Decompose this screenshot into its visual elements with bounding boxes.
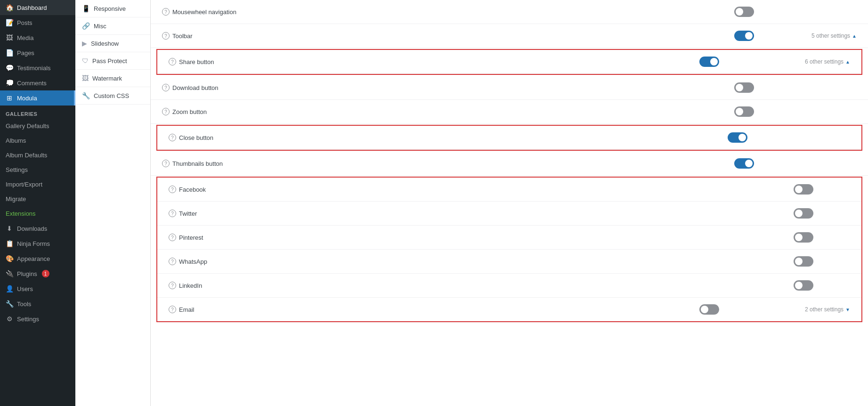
sidebar-item-plugins[interactable]: 🔌 Plugins 1 <box>0 266 75 281</box>
sidebar-item-import-export[interactable]: Import/Export <box>0 177 75 192</box>
sidebar-item-modula[interactable]: ⊞ Modula <box>0 90 75 106</box>
linkedin-text: LinkedIn <box>179 282 202 289</box>
download-button-toggle[interactable] <box>734 82 754 93</box>
whatsapp-label: ? WhatsApp <box>169 258 794 265</box>
share-button-label: ? Share button <box>169 58 699 65</box>
sub-sidebar-pass-protect[interactable]: 🛡 Pass Protect <box>75 52 150 70</box>
zoom-button-help-icon[interactable]: ? <box>162 108 170 115</box>
sidebar-item-albums[interactable]: Albums <box>0 133 75 148</box>
email-help-icon[interactable]: ? <box>169 306 176 313</box>
sub-sidebar-slideshow[interactable]: ▶ Slideshow <box>75 35 150 52</box>
sub-label-slideshow: Slideshow <box>91 40 119 47</box>
thumbnails-button-toggle[interactable] <box>734 158 754 169</box>
sidebar-item-dashboard[interactable]: 🏠 Dashboard <box>0 0 75 15</box>
close-button-toggle[interactable] <box>728 132 747 143</box>
sub-sidebar-misc[interactable]: 🔗 Misc <box>75 17 150 35</box>
thumbnails-button-toggle-area <box>734 158 791 169</box>
sidebar-item-settings-main[interactable]: ⚙ Settings <box>0 311 75 326</box>
linkedin-label: ? LinkedIn <box>169 282 794 289</box>
sidebar-label-appearance: Appearance <box>17 255 50 262</box>
mousewheel-nav-toggle-area <box>734 7 791 17</box>
thumbnails-button-help-icon[interactable]: ? <box>162 160 170 167</box>
sidebar-label-modula: Modula <box>17 95 37 102</box>
users-icon: 👤 <box>6 285 13 292</box>
row-twitter: ? Twitter <box>157 202 861 226</box>
sidebar-label-plugins: Plugins <box>17 270 37 277</box>
linkedin-help-icon[interactable]: ? <box>169 282 176 289</box>
media-icon: 🖼 <box>6 34 13 41</box>
sidebar-label-gallery-defaults: Gallery Defaults <box>6 122 49 130</box>
facebook-toggle[interactable] <box>794 184 813 195</box>
toolbar-help-icon[interactable]: ? <box>162 32 170 40</box>
sub-sidebar-watermark[interactable]: 🖼 Watermark <box>75 70 150 87</box>
share-button-other-settings[interactable]: 6 other settings ▲ <box>756 58 850 65</box>
sidebar-item-tools[interactable]: 🔧 Tools <box>0 296 75 311</box>
sidebar-item-gallery-defaults[interactable]: Gallery Defaults <box>0 119 75 133</box>
email-other-settings[interactable]: 2 other settings ▼ <box>756 306 850 313</box>
responsive-icon: 📱 <box>82 5 90 12</box>
mousewheel-nav-help-icon[interactable]: ? <box>162 8 170 16</box>
close-button-text: Close button <box>179 134 213 141</box>
appearance-icon: 🎨 <box>6 255 13 262</box>
share-sub-group: ? Facebook ? Twitter <box>156 177 862 322</box>
share-button-group: ? Share button 6 other settings ▲ <box>156 49 862 75</box>
zoom-button-toggle-area <box>734 106 791 117</box>
share-button-toggle[interactable] <box>699 57 719 67</box>
row-email: ? Email 2 other settings ▼ <box>157 298 861 321</box>
email-toggle[interactable] <box>699 304 719 315</box>
twitter-help-icon[interactable]: ? <box>169 210 176 217</box>
zoom-button-toggle[interactable] <box>734 106 754 117</box>
sidebar-item-comments[interactable]: 💭 Comments <box>0 75 75 90</box>
sidebar-item-extensions[interactable]: Extensions <box>0 206 75 221</box>
download-button-label: ? Download button <box>162 84 734 91</box>
sidebar-item-testimonials[interactable]: 💬 Testimonials <box>0 60 75 75</box>
sidebar-item-album-defaults[interactable]: Album Defaults <box>0 148 75 162</box>
toolbar-toggle-area <box>734 31 791 41</box>
share-button-help-icon[interactable]: ? <box>169 58 176 65</box>
sidebar-item-users[interactable]: 👤 Users <box>0 281 75 296</box>
toolbar-toggle[interactable] <box>734 31 754 41</box>
toolbar-other-settings[interactable]: 5 other settings ▲ <box>791 32 857 39</box>
sidebar-item-ninja-forms[interactable]: 📋 Ninja Forms <box>0 236 75 251</box>
sidebar-item-settings[interactable]: Settings <box>0 162 75 177</box>
sidebar-item-posts[interactable]: 📝 Posts <box>0 15 75 30</box>
twitter-toggle[interactable] <box>794 208 813 219</box>
sub-sidebar-responsive[interactable]: 📱 Responsive <box>75 0 150 17</box>
facebook-text: Facebook <box>179 186 206 193</box>
whatsapp-toggle-area <box>794 256 850 267</box>
download-button-help-icon[interactable]: ? <box>162 84 170 91</box>
sidebar-label-tools: Tools <box>17 300 31 308</box>
sidebar-item-media[interactable]: 🖼 Media <box>0 30 75 45</box>
sidebar-item-appearance[interactable]: 🎨 Appearance <box>0 251 75 266</box>
pinterest-text: Pinterest <box>179 234 203 241</box>
mousewheel-nav-text: Mousewheel navigation <box>172 8 236 16</box>
row-facebook: ? Facebook <box>157 178 861 202</box>
thumbnails-button-text: Thumbnails button <box>172 160 223 167</box>
sidebar-label-extensions: Extensions <box>6 210 36 217</box>
sub-label-responsive: Responsive <box>94 5 126 12</box>
linkedin-toggle[interactable] <box>794 280 813 291</box>
email-toggle-area <box>699 304 756 315</box>
linkedin-toggle-area <box>794 280 850 291</box>
sidebar-item-downloads[interactable]: ⬇ Downloads <box>0 221 75 236</box>
galleries-section-label: Galleries <box>0 106 75 119</box>
toolbar-other-settings-text: 5 other settings <box>811 32 850 39</box>
watermark-icon: 🖼 <box>82 74 89 82</box>
pinterest-help-icon[interactable]: ? <box>169 234 176 241</box>
sidebar-item-pages[interactable]: 📄 Pages <box>0 45 75 60</box>
pinterest-toggle[interactable] <box>794 232 813 243</box>
sub-sidebar-custom-css[interactable]: 🔧 Custom CSS <box>75 87 150 105</box>
share-button-other-arrow: ▲ <box>845 59 850 65</box>
sidebar-label-pages: Pages <box>17 49 34 57</box>
sidebar-item-migrate[interactable]: Migrate <box>0 192 75 206</box>
close-button-help-icon[interactable]: ? <box>169 134 176 141</box>
zoom-button-label: ? Zoom button <box>162 108 734 115</box>
mousewheel-nav-toggle[interactable] <box>734 7 754 17</box>
whatsapp-toggle[interactable] <box>794 256 813 267</box>
modula-icon: ⊞ <box>6 94 13 102</box>
sub-label-pass-protect: Pass Protect <box>92 57 127 65</box>
whatsapp-help-icon[interactable]: ? <box>169 258 176 265</box>
settings-main-icon: ⚙ <box>6 315 13 323</box>
facebook-help-icon[interactable]: ? <box>169 186 176 193</box>
whatsapp-text: WhatsApp <box>179 258 207 265</box>
